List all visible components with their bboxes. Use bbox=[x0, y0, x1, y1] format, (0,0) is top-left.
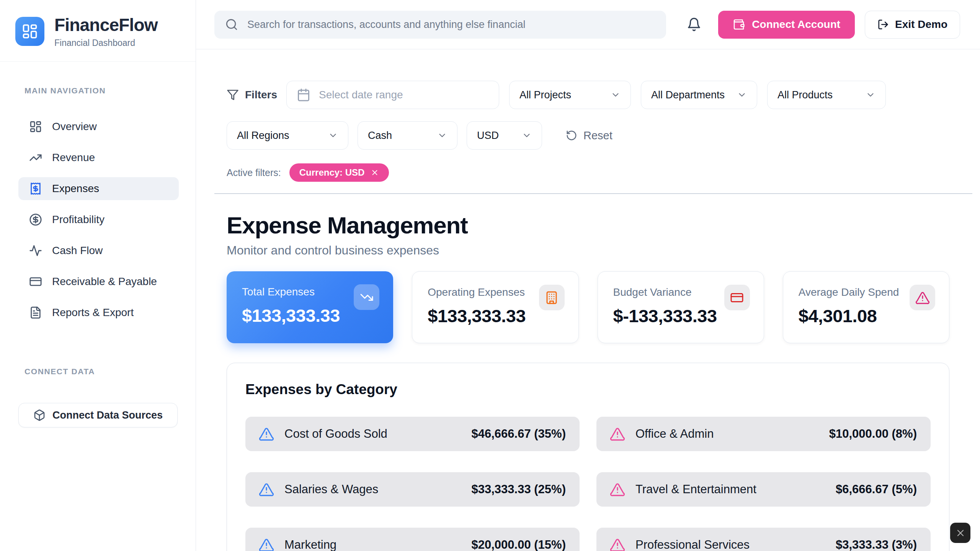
chip-close-icon[interactable] bbox=[371, 168, 379, 177]
close-icon bbox=[955, 528, 966, 538]
alert-triangle-icon bbox=[259, 482, 274, 497]
chevron-down-icon bbox=[866, 90, 875, 100]
receipt-icon bbox=[29, 182, 42, 195]
stat-card-operating-expenses: Operating Expenses$133,333.33 bbox=[412, 271, 578, 343]
dropdown-value: All Projects bbox=[519, 89, 571, 101]
chevron-down-icon bbox=[522, 130, 532, 140]
connect-data-sources-label: Connect Data Sources bbox=[52, 409, 163, 421]
reset-label: Reset bbox=[583, 129, 612, 142]
sidebar-section-connect-data: CONNECT DATA bbox=[24, 367, 196, 376]
sidebar-item-reports-export[interactable]: Reports & Export bbox=[18, 301, 179, 324]
sidebar-item-overview[interactable]: Overview bbox=[18, 115, 179, 138]
expenses-by-category-card: Expenses by Category Cost of Goods Sold$… bbox=[227, 363, 949, 551]
sidebar-item-label: Profitability bbox=[52, 214, 105, 226]
date-range-picker[interactable] bbox=[286, 81, 499, 109]
category-name: Cost of Goods Sold bbox=[284, 427, 387, 441]
alert-triangle-icon bbox=[610, 482, 625, 497]
trending-up-icon bbox=[29, 151, 42, 164]
sidebar-nav: OverviewRevenueExpensesProfitabilityCash… bbox=[0, 115, 196, 324]
filters-panel: Filters All ProjectsAll DepartmentsAll P… bbox=[214, 49, 972, 194]
dropdown-all-regions[interactable]: All Regions bbox=[227, 121, 348, 150]
category-amount: $10,000.00 (8%) bbox=[829, 427, 917, 441]
chevron-down-icon bbox=[328, 130, 338, 140]
active-filter-chip-currency-usd[interactable]: Currency: USD bbox=[289, 163, 389, 182]
sidebar: FinanceFlow Financial Dashboard MAIN NAV… bbox=[0, 0, 196, 551]
activity-icon bbox=[29, 244, 42, 257]
stat-card-average-daily-spend: Average Daily Spend$4,301.08 bbox=[783, 271, 949, 343]
alert-triangle-icon bbox=[910, 285, 935, 310]
close-button[interactable] bbox=[950, 523, 970, 543]
category-row-office-admin: Office & Admin$10,000.00 (8%) bbox=[596, 417, 931, 451]
dropdown-all-departments[interactable]: All Departments bbox=[641, 81, 757, 109]
category-amount: $20,000.00 (15%) bbox=[472, 538, 566, 551]
search-input[interactable] bbox=[247, 18, 655, 31]
sidebar-item-label: Cash Flow bbox=[52, 245, 103, 257]
sidebar-item-expenses[interactable]: Expenses bbox=[18, 177, 179, 200]
dropdown-value: All Regions bbox=[237, 130, 289, 142]
app-root: FinanceFlow Financial Dashboard MAIN NAV… bbox=[0, 0, 980, 551]
brand-tagline: Financial Dashboard bbox=[54, 38, 158, 48]
main-column: Connect Account Exit Demo Filters All Pr… bbox=[196, 0, 980, 551]
category-row-salaries-wages: Salaries & Wages$33,333.33 (25%) bbox=[245, 472, 580, 507]
date-range-input[interactable] bbox=[318, 88, 489, 101]
category-amount: $6,666.67 (5%) bbox=[836, 483, 917, 496]
stat-card-budget-variance: Budget Variance$-133,333.33 bbox=[598, 271, 764, 343]
sidebar-section-main-navigation: MAIN NAVIGATION bbox=[24, 86, 196, 95]
category-list: Cost of Goods Sold$46,666.67 (35%)Office… bbox=[245, 417, 931, 551]
sidebar-item-revenue[interactable]: Revenue bbox=[18, 146, 179, 169]
active-filters-label: Active filters: bbox=[227, 167, 281, 178]
sidebar-item-label: Expenses bbox=[52, 183, 99, 195]
building-icon bbox=[539, 285, 565, 310]
alert-triangle-icon bbox=[610, 538, 625, 551]
search-bar bbox=[214, 11, 666, 39]
credit-card-icon bbox=[29, 275, 42, 288]
file-text-icon bbox=[29, 306, 42, 319]
funnel-icon bbox=[227, 89, 239, 101]
chevron-down-icon bbox=[737, 90, 747, 100]
page-title: Expense Management bbox=[227, 212, 949, 239]
connect-account-label: Connect Account bbox=[752, 18, 840, 31]
alert-triangle-icon bbox=[610, 427, 625, 441]
dropdown-value: Cash bbox=[368, 130, 392, 142]
notifications-button[interactable] bbox=[687, 17, 701, 32]
connect-data-sources-button[interactable]: Connect Data Sources bbox=[18, 403, 178, 427]
dropdown-all-products[interactable]: All Products bbox=[767, 81, 886, 109]
alert-triangle-icon bbox=[259, 538, 274, 551]
category-name: Office & Admin bbox=[635, 427, 714, 441]
top-header: Connect Account Exit Demo bbox=[196, 0, 980, 49]
category-row-cost-of-goods-sold: Cost of Goods Sold$46,666.67 (35%) bbox=[245, 417, 580, 451]
calendar-icon bbox=[297, 88, 310, 102]
trending-down-icon bbox=[354, 284, 379, 310]
reset-filters-button[interactable]: Reset bbox=[564, 129, 615, 142]
bell-icon bbox=[687, 17, 701, 32]
dropdown-cash[interactable]: Cash bbox=[358, 121, 457, 150]
chip-label: Currency: USD bbox=[299, 167, 365, 178]
category-name: Professional Services bbox=[635, 538, 750, 551]
search-icon bbox=[225, 18, 238, 31]
brand-name: FinanceFlow bbox=[54, 15, 158, 35]
dropdown-value: USD bbox=[477, 130, 499, 142]
connect-account-button[interactable]: Connect Account bbox=[718, 11, 855, 39]
exit-demo-label: Exit Demo bbox=[895, 18, 947, 31]
page-content: Expense Management Monitor and control b… bbox=[196, 194, 980, 551]
category-amount: $46,666.67 (35%) bbox=[472, 427, 566, 441]
page-subtitle: Monitor and control business expenses bbox=[227, 243, 949, 258]
alert-triangle-icon bbox=[259, 427, 274, 441]
sidebar-item-cash-flow[interactable]: Cash Flow bbox=[18, 239, 179, 262]
brand-logo-icon bbox=[15, 17, 44, 46]
expenses-by-category-title: Expenses by Category bbox=[245, 381, 931, 398]
dropdown-all-projects[interactable]: All Projects bbox=[509, 81, 631, 109]
sidebar-item-label: Overview bbox=[52, 121, 97, 133]
sidebar-item-receivable-payable[interactable]: Receivable & Payable bbox=[18, 270, 179, 293]
dropdown-usd[interactable]: USD bbox=[467, 121, 542, 150]
layout-dashboard-icon bbox=[29, 120, 42, 133]
category-row-professional-services: Professional Services$3,333.33 (3%) bbox=[596, 528, 931, 551]
category-amount: $33,333.33 (25%) bbox=[472, 483, 566, 496]
exit-demo-button[interactable]: Exit Demo bbox=[865, 11, 960, 39]
sidebar-item-label: Reports & Export bbox=[52, 306, 134, 319]
sidebar-item-profitability[interactable]: Profitability bbox=[18, 208, 179, 231]
stat-cards: Total Expenses$133,333.33Operating Expen… bbox=[227, 271, 949, 343]
category-name: Travel & Entertainment bbox=[635, 483, 756, 496]
category-amount: $3,333.33 (3%) bbox=[836, 538, 917, 551]
category-name: Salaries & Wages bbox=[284, 483, 378, 496]
